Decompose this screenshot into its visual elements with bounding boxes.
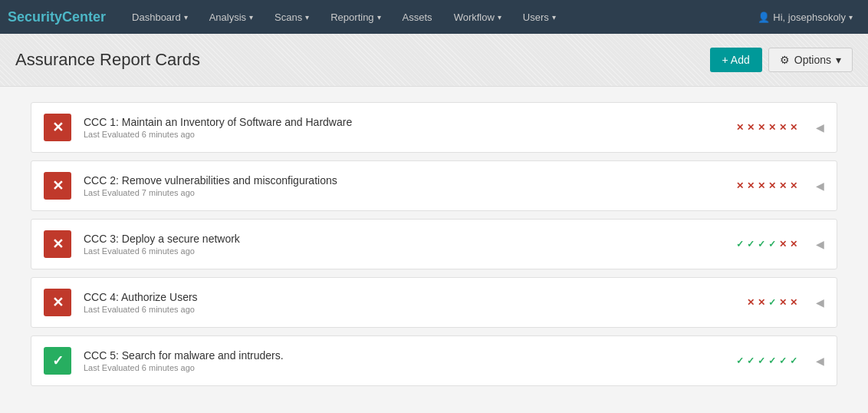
gear-icon: ⚙ xyxy=(780,54,790,66)
card-expand-chevron[interactable]: ◀ xyxy=(816,121,824,134)
nav-analysis[interactable]: Analysis ▾ xyxy=(199,0,264,34)
fail-icon-button[interactable]: ✕ xyxy=(44,230,71,258)
indicator-symbol: ✓ xyxy=(779,355,787,366)
indicator-symbol: ✕ xyxy=(736,122,744,133)
indicator-symbol: ✓ xyxy=(790,355,797,366)
fail-icon-button[interactable]: ✕ xyxy=(44,289,71,316)
page-title: Assurance Report Cards xyxy=(15,50,200,70)
cards-list: ✕CCC 1: Maintain an Inventory of Softwar… xyxy=(31,102,837,386)
indicator-symbol: ✕ xyxy=(790,180,797,191)
card-subtitle: Last Evaluated 6 minutes ago xyxy=(84,363,724,372)
indicator-symbol: ✕ xyxy=(790,297,797,308)
nav-scans[interactable]: Scans ▾ xyxy=(264,0,320,34)
pass-icon-button[interactable]: ✓ xyxy=(44,347,71,375)
chevron-down-icon: ▾ xyxy=(184,13,188,21)
fail-icon-button[interactable]: ✕ xyxy=(44,172,71,200)
card-info: CCC 4: Authorize UsersLast Evaluated 6 m… xyxy=(84,291,735,314)
chevron-down-icon: ▾ xyxy=(305,13,309,21)
card-title: CCC 1: Maintain an Inventory of Software… xyxy=(84,116,724,128)
list-item: ✕CCC 4: Authorize UsersLast Evaluated 6 … xyxy=(31,277,837,328)
indicator-symbol: ✕ xyxy=(790,122,797,133)
options-button[interactable]: ⚙ Options ▾ xyxy=(768,48,853,72)
brand-center: Center xyxy=(62,9,106,25)
chevron-down-icon: ▾ xyxy=(552,13,556,21)
header-actions: + Add ⚙ Options ▾ xyxy=(710,48,853,72)
nav-assets[interactable]: Assets xyxy=(392,0,443,34)
card-subtitle: Last Evaluated 6 minutes ago xyxy=(84,246,724,256)
card-indicators: ✓✓✓✓✓✓ xyxy=(736,355,797,366)
indicator-symbol: ✓ xyxy=(758,355,765,366)
card-info: CCC 3: Deploy a secure networkLast Evalu… xyxy=(84,233,724,256)
add-button[interactable]: + Add xyxy=(710,48,762,72)
card-info: CCC 1: Maintain an Inventory of Software… xyxy=(84,116,724,139)
card-indicators: ✓✓✓✓✕✕ xyxy=(736,239,797,249)
indicator-symbol: ✓ xyxy=(747,239,755,249)
chevron-down-icon: ▾ xyxy=(836,54,841,66)
card-title: CCC 4: Authorize Users xyxy=(84,291,735,303)
list-item: ✓CCC 5: Search for malware and intruders… xyxy=(31,335,837,386)
indicator-symbol: ✓ xyxy=(736,239,744,249)
card-info: CCC 5: Search for malware and intruders.… xyxy=(84,349,724,372)
indicator-symbol: ✕ xyxy=(747,180,755,191)
main-content: ✕CCC 1: Maintain an Inventory of Softwar… xyxy=(0,87,868,401)
page-header: Assurance Report Cards + Add ⚙ Options ▾ xyxy=(0,34,868,87)
list-item: ✕CCC 1: Maintain an Inventory of Softwar… xyxy=(31,102,837,153)
card-indicators: ✕✕✓✕✕ xyxy=(747,297,797,308)
nav-users[interactable]: Users ▾ xyxy=(512,0,567,34)
nav-workflow[interactable]: Workflow ▾ xyxy=(443,0,512,34)
indicator-symbol: ✕ xyxy=(779,180,787,191)
brand-logo[interactable]: SecurityCenter xyxy=(8,9,106,25)
indicator-symbol: ✕ xyxy=(768,122,776,133)
card-expand-chevron[interactable]: ◀ xyxy=(816,238,824,250)
card-title: CCC 5: Search for malware and intruders. xyxy=(84,349,724,362)
indicator-symbol: ✕ xyxy=(779,239,787,249)
card-title: CCC 2: Remove vulnerabilities and miscon… xyxy=(84,174,724,187)
card-subtitle: Last Evaluated 6 minutes ago xyxy=(84,305,735,314)
indicator-symbol: ✕ xyxy=(768,180,776,191)
list-item: ✕CCC 3: Deploy a secure networkLast Eval… xyxy=(31,219,837,269)
card-subtitle: Last Evaluated 6 minutes ago xyxy=(84,130,724,139)
main-nav: SecurityCenter Dashboard ▾ Analysis ▾ Sc… xyxy=(0,0,868,34)
chevron-down-icon: ▾ xyxy=(849,13,853,21)
indicator-symbol: ✕ xyxy=(747,122,755,133)
indicator-symbol: ✕ xyxy=(758,180,765,191)
indicator-symbol: ✕ xyxy=(758,122,765,133)
card-title: CCC 3: Deploy a secure network xyxy=(84,233,724,245)
user-icon: 👤 xyxy=(758,12,770,23)
indicator-symbol: ✕ xyxy=(779,122,787,133)
chevron-down-icon: ▾ xyxy=(498,13,501,21)
card-expand-chevron[interactable]: ◀ xyxy=(816,180,824,192)
indicator-symbol: ✕ xyxy=(779,297,787,308)
indicator-symbol: ✕ xyxy=(736,180,744,191)
card-indicators: ✕✕✕✕✕✕ xyxy=(736,180,797,191)
indicator-symbol: ✕ xyxy=(747,297,755,308)
indicator-symbol: ✓ xyxy=(747,355,755,366)
chevron-down-icon: ▾ xyxy=(377,13,381,21)
card-indicators: ✕✕✕✕✕✕ xyxy=(736,122,797,133)
card-info: CCC 2: Remove vulnerabilities and miscon… xyxy=(84,174,724,197)
indicator-symbol: ✕ xyxy=(790,239,797,249)
fail-icon-button[interactable]: ✕ xyxy=(44,114,71,141)
chevron-down-icon: ▾ xyxy=(249,13,253,21)
indicator-symbol: ✓ xyxy=(768,239,776,249)
nav-reporting[interactable]: Reporting ▾ xyxy=(320,0,391,34)
list-item: ✕CCC 2: Remove vulnerabilities and misco… xyxy=(31,160,837,211)
nav-dashboard[interactable]: Dashboard ▾ xyxy=(121,0,199,34)
indicator-symbol: ✓ xyxy=(758,239,765,249)
nav-items: Dashboard ▾ Analysis ▾ Scans ▾ Reporting… xyxy=(121,0,750,34)
indicator-symbol: ✓ xyxy=(736,355,744,366)
card-expand-chevron[interactable]: ◀ xyxy=(816,355,824,367)
brand-security: Security xyxy=(8,9,62,25)
indicator-symbol: ✕ xyxy=(758,297,765,308)
card-expand-chevron[interactable]: ◀ xyxy=(816,296,824,309)
indicator-symbol: ✓ xyxy=(768,355,776,366)
user-menu[interactable]: 👤 Hi, josephsokoly ▾ xyxy=(750,12,860,23)
indicator-symbol: ✓ xyxy=(768,297,776,308)
card-subtitle: Last Evaluated 7 minutes ago xyxy=(84,188,724,197)
